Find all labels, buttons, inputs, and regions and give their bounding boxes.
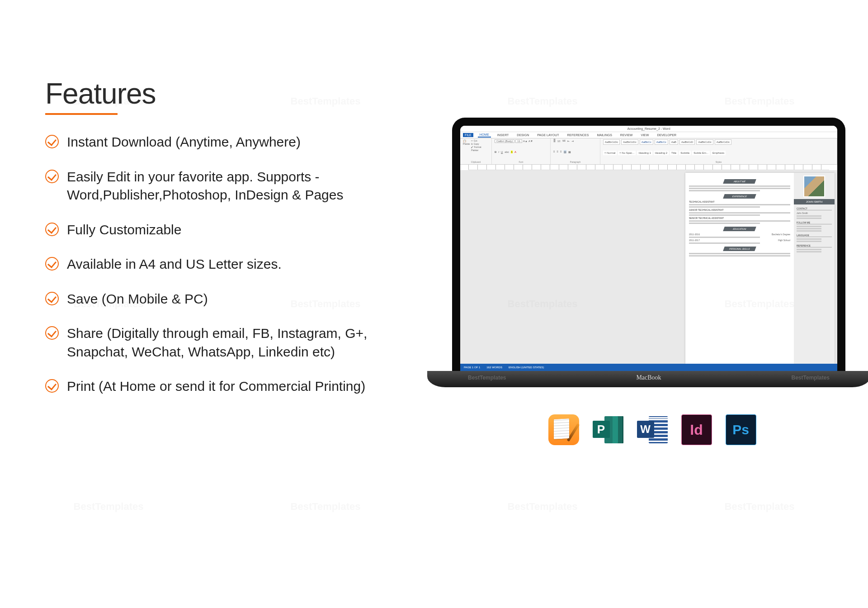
style-chip[interactable]: AaBbCcDc [715, 139, 731, 145]
edu-years: 2011-2016 [689, 233, 700, 236]
tab-insert[interactable]: INSERT [495, 133, 511, 137]
multilevel-icon[interactable]: ⧉≡ [562, 139, 566, 142]
paste-button[interactable]: 📋Paste [463, 139, 470, 152]
features-list: Instant Download (Anytime, Anywhere) Eas… [45, 133, 389, 396]
ribbon-group-font: Calibri (Body) 11 A▲ A▼ B I U abc A [492, 138, 551, 164]
status-bar: PAGE 1 OF 1 162 WORDS ENGLISH (UNITED ST… [460, 364, 837, 371]
bold-button[interactable]: B [495, 151, 496, 153]
style-name: Title [670, 151, 678, 155]
feature-item: Easily Edit in your favorite app. Suppor… [45, 168, 389, 204]
edu-degree: High School [778, 239, 790, 242]
feature-item: Fully Customizable [45, 221, 389, 239]
watermark: BestTemplates [792, 375, 830, 381]
style-chip[interactable]: AaBbCc [655, 139, 668, 145]
indent-dec-icon[interactable]: ⇤ [567, 139, 570, 142]
feature-text: Print (At Home or send it for Commercial… [67, 377, 365, 396]
section-skills: PERSONAL SKILLS [723, 247, 756, 251]
photoshop-app-icon: Ps [726, 414, 756, 445]
font-size-select[interactable]: 11 [515, 139, 522, 143]
cut-button[interactable]: ✂ Cut [471, 139, 489, 142]
ruler [468, 165, 829, 170]
status-page: PAGE 1 OF 1 [464, 366, 480, 369]
italic-button[interactable]: I [498, 151, 499, 153]
tab-review[interactable]: REVIEW [618, 133, 635, 137]
style-name: Heading 2 [654, 151, 669, 155]
check-icon [45, 292, 59, 305]
feature-text: Fully Customizable [67, 221, 181, 239]
watermark: BestTemplates [468, 375, 506, 381]
ribbon: 📋Paste ✂ Cut ⧉ Copy 🖌 Format Painter Cli… [460, 138, 837, 165]
group-label: Styles [603, 161, 834, 163]
strike-button[interactable]: abc [505, 151, 509, 153]
publisher-app-icon: P [593, 414, 623, 445]
style-chip[interactable]: AaBbCcDc [696, 139, 713, 145]
highlight-button[interactable]: A [511, 151, 513, 153]
grow-font-icon[interactable]: A▲ [523, 140, 528, 142]
format-painter-button[interactable]: 🖌 Format Painter [471, 146, 489, 152]
group-label: Clipboard [463, 161, 489, 163]
tab-home[interactable]: HOME [478, 133, 491, 138]
watermark: BestTemplates [508, 501, 578, 513]
feature-text: Save (On Mobile & PC) [67, 290, 208, 309]
numbering-icon[interactable]: 1≡ [557, 140, 561, 142]
shading-icon[interactable]: ▧ [564, 150, 566, 153]
contact-name: John Smith [797, 212, 832, 214]
font-name-select[interactable]: Calibri (Body) [495, 139, 514, 143]
tab-view[interactable]: VIEW [639, 133, 651, 137]
style-chip[interactable]: AaBbCcDc [621, 139, 638, 145]
check-icon [45, 223, 59, 236]
borders-icon[interactable]: ▦ [568, 150, 571, 153]
resume-main: ABOUT ME EXPERIENCE TECHNICAL ASSISTANT … [685, 173, 794, 364]
app-icons-row: P W Id Ps [548, 414, 756, 445]
status-language: ENGLISH (UNITED STATES) [509, 366, 544, 369]
indesign-app-icon: Id [681, 414, 712, 445]
style-chip[interactable]: AaBbCcDc [603, 139, 620, 145]
section-about: ABOUT ME [723, 179, 756, 184]
style-chip[interactable]: AaBbCcD [679, 139, 695, 145]
style-name: Emphasis [711, 151, 726, 155]
tab-references[interactable]: REFERENCES [566, 133, 591, 137]
align-left-icon[interactable]: ≡ [553, 150, 555, 153]
ribbon-tabs: FILE HOME INSERT DESIGN PAGE LAYOUT REFE… [460, 132, 837, 138]
laptop-mockup: Accounting_Resume_2 - Word FILE HOME INS… [452, 118, 868, 387]
align-center-icon[interactable]: ≡ [557, 150, 559, 153]
section-education: EDUCATION [723, 227, 756, 231]
ribbon-group-styles: AaBbCcDc AaBbCcDc AaBbCc AaBbCc AaB AaBb… [600, 138, 837, 164]
tab-page-layout[interactable]: PAGE LAYOUT [535, 133, 561, 137]
underline-button[interactable]: U [501, 151, 503, 153]
copy-button[interactable]: ⧉ Copy [471, 142, 489, 146]
document-canvas[interactable]: ABOUT ME EXPERIENCE TECHNICAL ASSISTANT … [460, 170, 837, 364]
edu-degree: Bachelor's Degree [772, 233, 790, 236]
tab-developer[interactable]: DEVELOPER [655, 133, 678, 137]
style-name: † No Spac... [618, 151, 636, 155]
style-chip[interactable]: AaBbCc [640, 139, 653, 145]
feature-text: Instant Download (Anytime, Anywhere) [67, 133, 301, 152]
feature-item: Save (On Mobile & PC) [45, 290, 389, 309]
font-color-button[interactable]: A [514, 151, 516, 153]
align-right-icon[interactable]: ≡ [560, 150, 562, 153]
feature-item: Share (Digitally through email, FB, Inst… [45, 324, 389, 361]
check-icon [45, 326, 59, 340]
tab-mailings[interactable]: MAILINGS [595, 133, 613, 137]
tab-design[interactable]: DESIGN [515, 133, 531, 137]
check-icon [45, 379, 59, 393]
laptop-brand: MacBook [636, 374, 661, 381]
tab-file[interactable]: FILE [463, 133, 473, 137]
side-contact: CONTACT [797, 207, 832, 210]
resume-sidebar: JOHN SMITH CONTACT John Smith FOLLOW ME … [794, 173, 835, 364]
job-title: SENIOR TECHNICAL ASSISTANT [689, 217, 790, 219]
job-title: TECHNICAL ASSISTANT [689, 200, 790, 203]
feature-item: Available in A4 and US Letter sizes. [45, 255, 389, 274]
feature-item: Instant Download (Anytime, Anywhere) [45, 133, 389, 152]
bullets-icon[interactable]: ≣ [553, 139, 556, 142]
features-column: Features Instant Download (Anytime, Anyw… [45, 77, 389, 412]
section-experience: EXPERIENCE [723, 194, 756, 199]
ribbon-group-paragraph: ≣ 1≡ ⧉≡ ⇤ ⇥ ≡ ≡ ≡ ▧ ▦ [551, 138, 600, 164]
watermark: BestTemplates [74, 501, 144, 513]
style-chip[interactable]: AaB [670, 139, 678, 145]
watermark: BestTemplates [725, 501, 795, 513]
indent-inc-icon[interactable]: ⇥ [571, 139, 574, 142]
preview-column: Accounting_Resume_2 - Word FILE HOME INS… [416, 77, 868, 445]
shrink-font-icon[interactable]: A▼ [528, 140, 533, 142]
side-reference: REFERENCE [797, 244, 832, 247]
